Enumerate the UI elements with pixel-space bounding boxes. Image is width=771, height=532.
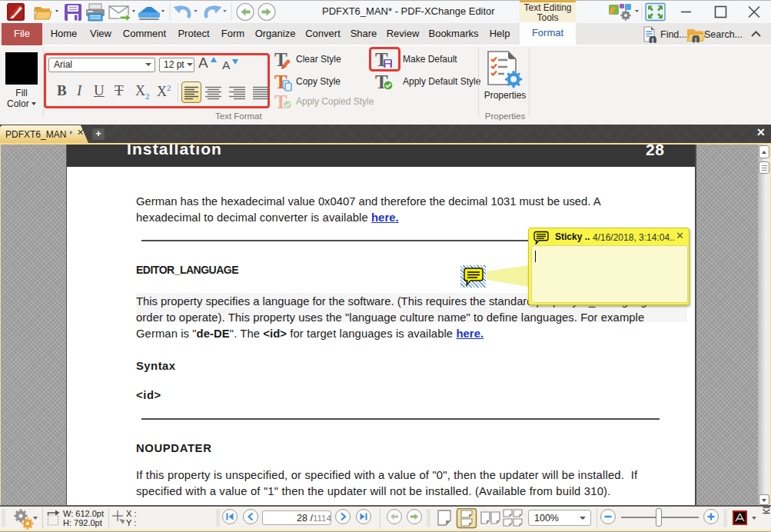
svg-text:Copy Style: Copy Style [296,76,341,87]
svg-text:Apply Default Style: Apply Default Style [403,76,481,87]
svg-text:Clear Style: Clear Style [296,54,341,65]
svg-text:Make Default: Make Default [403,54,457,65]
svg-text:Apply Copied Style: Apply Copied Style [296,96,374,107]
svg-text:Find...: Find... [660,29,687,40]
svg-text:Search...: Search... [704,29,743,40]
